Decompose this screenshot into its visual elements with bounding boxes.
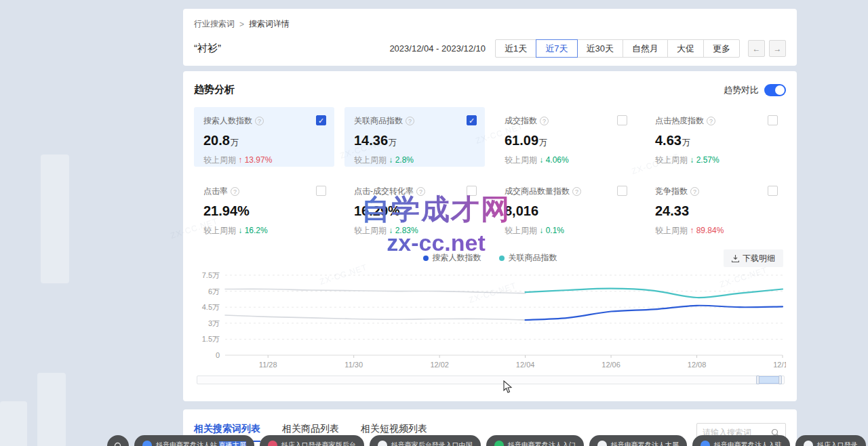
taskbar-item[interactable]: 抖音电商罗盘达人入驻 <box>692 435 790 446</box>
metric-card[interactable]: 点击热度指数?4.63万较上周期 ↓ 2.57% <box>646 107 786 167</box>
metric-checkbox[interactable] <box>617 186 627 196</box>
compare-prefix: 较上周期 <box>505 226 539 235</box>
metric-card[interactable]: 成交商品数量指数?8,016较上周期 ↓ 0.1% <box>495 178 635 237</box>
range-button-大促[interactable]: 大促 <box>667 39 704 58</box>
legend-item[interactable]: 关联商品指数 <box>499 252 557 264</box>
taskbar-item-label: 抖音商家后台登录入口中国 <box>391 441 473 446</box>
metric-value: 4.63万 <box>655 133 776 148</box>
next-period-button[interactable]: → <box>769 40 786 57</box>
brush-handle-left[interactable] <box>756 376 760 384</box>
metric-card[interactable]: 点击率?21.94%较上周期 ↓ 16.2% <box>194 178 334 237</box>
metric-compare: 较上周期 ↓ 2.57% <box>655 155 776 166</box>
taskbar-item[interactable]: 抖音电商罗盘达人站 直播大屏 <box>134 435 254 446</box>
metric-label: 点击率 <box>203 186 228 197</box>
info-icon[interactable]: ? <box>255 117 264 125</box>
date-pager: ← → <box>748 40 786 57</box>
metric-value: 16.29% <box>354 203 475 219</box>
compare-delta: ↓ 2.8% <box>389 155 414 165</box>
compare-prefix: 较上周期 <box>203 226 238 235</box>
info-icon[interactable]: ? <box>572 187 581 196</box>
taskbar-item[interactable]: 抖音电商罗盘达人大屏 <box>589 435 687 446</box>
range-button-近1天[interactable]: 近1天 <box>495 39 536 58</box>
taskbar-search-button[interactable] <box>107 435 129 446</box>
series-搜索人数指数[interactable] <box>526 306 783 320</box>
x-axis-label: 12/02 <box>430 361 449 369</box>
info-icon[interactable]: ? <box>231 187 239 196</box>
brush-handle-right[interactable] <box>778 376 782 384</box>
info-icon[interactable]: ? <box>416 187 425 196</box>
screen: 行业搜索词 > 搜索词详情 “衬衫” 2023/12/04 - 2023/12/… <box>0 0 868 446</box>
chart-brush-track[interactable] <box>197 376 785 384</box>
metric-unit: 万 <box>682 138 690 147</box>
download-detail-label: 下载明细 <box>743 253 775 264</box>
metric-label: 成交指数 <box>505 115 537 127</box>
x-axis-label: 11/30 <box>344 361 363 369</box>
metric-card[interactable]: 关联商品指数?✓14.36万较上周期 ↓ 2.8% <box>344 107 485 167</box>
taskbar-favicon <box>142 441 152 446</box>
compare-prefix: 较上周期 <box>354 226 389 235</box>
info-icon[interactable]: ? <box>406 117 414 125</box>
compare-prefix: 较上周期 <box>505 155 539 165</box>
series-关联商品指数(上周期)[interactable] <box>225 289 526 293</box>
metric-value: 24.33 <box>655 203 776 219</box>
metric-checkbox[interactable] <box>617 115 627 125</box>
taskbar-favicon <box>378 441 387 446</box>
range-button-更多[interactable]: 更多 <box>703 39 740 58</box>
trend-compare-toggle[interactable] <box>764 84 786 96</box>
date-range-text: 2023/12/04 - 2023/12/10 <box>389 43 486 54</box>
metric-checkbox[interactable] <box>768 186 778 196</box>
taskbar-favicon <box>494 441 504 446</box>
metric-checkbox[interactable] <box>768 115 778 125</box>
taskbar-item[interactable]: 抖音电商罗盘达人入门 <box>486 435 584 446</box>
metric-label: 关联商品指数 <box>354 115 403 127</box>
taskbar-item[interactable]: 抖店入口登录 <box>795 435 866 446</box>
metric-card[interactable]: 成交指数?61.09万较上周期 ↓ 4.06% <box>495 107 635 167</box>
y-axis-label: 1.5万 <box>202 335 220 343</box>
metric-value: 20.8万 <box>203 133 325 148</box>
search-icon <box>114 442 123 446</box>
x-axis-label: 12/10 <box>773 361 786 369</box>
metric-card[interactable]: 搜索人数指数?✓20.8万较上周期 ↑ 13.97% <box>194 107 334 167</box>
range-button-自然月[interactable]: 自然月 <box>623 39 668 58</box>
taskbar-item-label: 抖音电商罗盘达人站 直播大屏 <box>156 441 246 446</box>
legend-item[interactable]: 搜索人数指数 <box>423 252 481 264</box>
series-关联商品指数[interactable] <box>526 289 783 298</box>
x-axis-label: 12/04 <box>516 361 535 369</box>
taskbar-favicon <box>701 441 710 446</box>
range-button-近30天[interactable]: 近30天 <box>577 39 623 58</box>
taskbar-item[interactable]: 抖音商家后台登录入口中国 <box>370 435 481 446</box>
prev-period-button[interactable]: ← <box>748 40 765 57</box>
metric-unit: 万 <box>539 138 547 147</box>
y-axis-label: 6万 <box>208 287 220 296</box>
compare-prefix: 较上周期 <box>203 155 238 165</box>
metric-card[interactable]: 点击-成交转化率?16.29%较上周期 ↓ 2.83% <box>344 178 485 237</box>
breadcrumb-parent[interactable]: 行业搜索词 <box>194 18 235 30</box>
taskbar-item-label: 抖店入口登录 <box>817 441 858 446</box>
toggle-knob <box>775 85 785 95</box>
legend-dot <box>423 256 429 261</box>
info-icon[interactable]: ? <box>540 117 549 125</box>
download-detail-button[interactable]: 下载明细 <box>724 249 783 267</box>
metric-checkbox[interactable] <box>467 186 477 196</box>
download-icon <box>732 255 739 262</box>
range-button-近7天[interactable]: 近7天 <box>536 39 577 58</box>
trend-analysis-card: 趋势分析 趋势对比 搜索人数指数?✓20.8万较上周期 ↑ 13.97%关联商品… <box>183 71 797 401</box>
info-icon[interactable]: ? <box>690 187 699 196</box>
metric-checkbox[interactable] <box>316 186 326 196</box>
date-range-button-group: 近1天近7天近30天自然月大促更多 <box>495 39 740 58</box>
metric-compare: 较上周期 ↑ 89.84% <box>655 225 776 237</box>
legend-dot <box>499 256 505 261</box>
metric-unit: 万 <box>231 138 239 147</box>
info-icon[interactable]: ? <box>707 117 715 125</box>
header-card: 行业搜索词 > 搜索词详情 “衬衫” 2023/12/04 - 2023/12/… <box>183 9 797 66</box>
metric-checkbox[interactable]: ✓ <box>316 115 326 125</box>
x-axis-label: 12/06 <box>601 361 620 369</box>
taskbar-item[interactable]: 抖店入口登录商家版后台 <box>260 435 364 446</box>
metric-label: 搜索人数指数 <box>203 115 252 127</box>
metric-checkbox[interactable]: ✓ <box>467 115 477 125</box>
taskbar-favicon <box>804 441 813 446</box>
series-搜索人数指数(上周期)[interactable] <box>225 315 526 320</box>
metric-card[interactable]: 竞争指数?24.33较上周期 ↑ 89.84% <box>646 178 786 237</box>
metric-value: 14.36万 <box>354 133 475 148</box>
chart-brush-selection[interactable] <box>759 376 779 384</box>
